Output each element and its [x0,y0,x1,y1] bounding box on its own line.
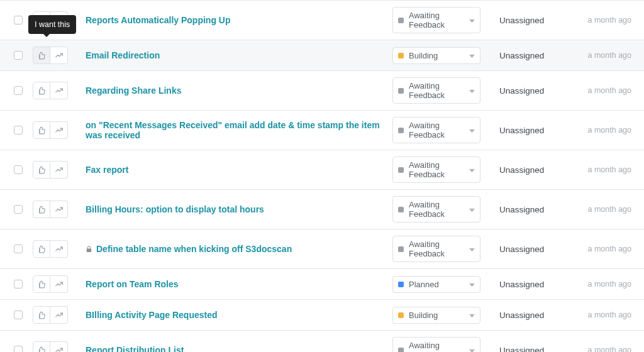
chevron-down-icon [469,205,475,214]
status-dot [398,128,404,133]
item-title-link[interactable]: Report Distribution List [86,345,184,352]
status-label: Awaiting Feedback [409,81,475,100]
table-row: BIlling Activity Page RequestedBuildingU… [0,300,644,331]
thumbs-up-icon[interactable] [33,201,50,218]
status-dropdown[interactable]: Building [392,47,480,64]
assignee-cell[interactable]: Unassigned [499,51,575,60]
status-label: Awaiting Feedback [409,160,475,179]
roadmap-table: Reports Automatically Popping UpAwaiting… [0,0,644,352]
status-label: Awaiting Feedback [409,341,475,352]
row-checkbox[interactable] [14,346,23,352]
status-dot [398,348,404,353]
thumbs-up-icon[interactable] [33,341,50,352]
lock-icon [86,245,92,253]
thumbs-up-icon[interactable] [33,47,50,64]
row-checkbox[interactable] [14,205,23,214]
status-dot [398,246,404,252]
status-dot [398,167,404,173]
item-title-link[interactable]: Billing Hours: option to display total h… [86,204,264,214]
table-row: Fax reportAwaiting FeedbackUnassigneda m… [0,150,644,190]
trend-icon[interactable] [50,306,68,324]
item-title-link[interactable]: Report on Team Roles [86,279,179,289]
table-row: Email RedirectionBuildingUnassigneda mon… [0,40,644,71]
item-title-link[interactable]: BIlling Activity Page Requested [86,310,218,320]
status-dropdown[interactable]: Awaiting Feedback [392,7,480,33]
time-cell: a month ago [575,205,631,214]
table-row: Regarding Share LinksAwaiting FeedbackUn… [0,71,644,111]
assignee-cell[interactable]: Unassigned [499,165,575,175]
table-row: Billing Hours: option to display total h… [0,190,644,229]
thumbs-up-icon[interactable] [33,121,50,139]
row-checkbox[interactable] [14,51,23,60]
status-dropdown[interactable]: Awaiting Feedback [392,157,480,183]
chevron-down-icon [469,16,475,25]
assignee-cell[interactable]: Unassigned [499,280,575,289]
item-title-link[interactable]: Regarding Share Links [86,85,181,96]
status-dot [398,282,404,287]
time-cell: a month ago [575,280,631,289]
trend-icon[interactable] [50,201,68,218]
status-dropdown[interactable]: Awaiting Feedback [392,77,480,104]
chevron-down-icon [469,51,475,60]
table-row: on "Recent Messages Received" email add … [0,111,644,150]
assignee-cell[interactable]: Unassigned [499,86,575,96]
item-title-link[interactable]: on "Recent Messages Received" email add … [86,120,392,140]
assignee-cell[interactable]: Unassigned [499,311,575,320]
status-dropdown[interactable]: Awaiting Feedback [392,236,480,262]
assignee-cell[interactable]: Unassigned [499,126,575,135]
thumbs-up-icon[interactable] [33,82,50,99]
assignee-cell[interactable]: Unassigned [499,205,575,214]
assignee-cell[interactable]: Unassigned [499,16,575,25]
time-cell: a month ago [575,165,631,174]
status-label: Awaiting Feedback [409,239,475,258]
time-cell: a month ago [575,311,631,319]
thumbs-up-icon[interactable] [33,275,50,293]
trend-icon[interactable] [50,47,68,64]
item-title-link[interactable]: Email Redirection [86,50,160,60]
trend-icon[interactable] [50,121,68,139]
status-dropdown[interactable]: Awaiting Feedback [392,196,480,223]
row-checkbox[interactable] [14,280,23,289]
status-dot [398,53,404,58]
trend-icon[interactable] [50,275,68,293]
time-cell: a month ago [575,346,631,352]
chevron-down-icon [469,86,475,96]
trend-icon[interactable] [50,240,68,258]
row-checkbox[interactable] [14,16,23,25]
want-this-tooltip: I want this [28,15,76,34]
assignee-cell[interactable]: Unassigned [499,346,575,353]
item-title-link[interactable]: Define table name when kicking off S3doc… [96,244,292,254]
row-checkbox[interactable] [14,311,23,319]
status-label: Awaiting Feedback [409,121,475,140]
status-label: Awaiting Feedback [409,11,475,30]
status-dropdown[interactable]: Awaiting Feedback [392,337,480,352]
time-cell: a month ago [575,126,631,135]
status-dot [398,312,404,318]
row-checkbox[interactable] [14,86,23,95]
item-title-link[interactable]: Reports Automatically Popping Up [86,15,231,25]
table-row: Define table name when kicking off S3doc… [0,229,644,269]
chevron-down-icon [469,280,475,289]
row-checkbox[interactable] [14,126,23,135]
thumbs-up-icon[interactable] [33,161,50,179]
status-dropdown[interactable]: Building [392,307,480,324]
trend-icon[interactable] [50,341,68,352]
status-dropdown[interactable]: Awaiting Feedback [392,117,480,143]
status-label: Building [409,311,438,320]
item-title-link[interactable]: Fax report [86,165,128,175]
assignee-cell[interactable]: Unassigned [499,245,575,254]
table-row: Report on Team RolesPlannedUnassigneda m… [0,269,644,300]
row-checkbox[interactable] [14,165,23,174]
trend-icon[interactable] [50,82,68,99]
status-dot [398,88,404,94]
table-row: Report Distribution ListAwaiting Feedbac… [0,331,644,352]
row-checkbox[interactable] [14,245,23,253]
chevron-down-icon [469,126,475,135]
status-label: Building [409,51,438,60]
thumbs-up-icon[interactable] [33,306,50,324]
thumbs-up-icon[interactable] [33,240,50,258]
status-dot [398,207,404,212]
status-dropdown[interactable]: Planned [392,276,480,293]
trend-icon[interactable] [50,161,68,179]
time-cell: a month ago [575,245,631,253]
